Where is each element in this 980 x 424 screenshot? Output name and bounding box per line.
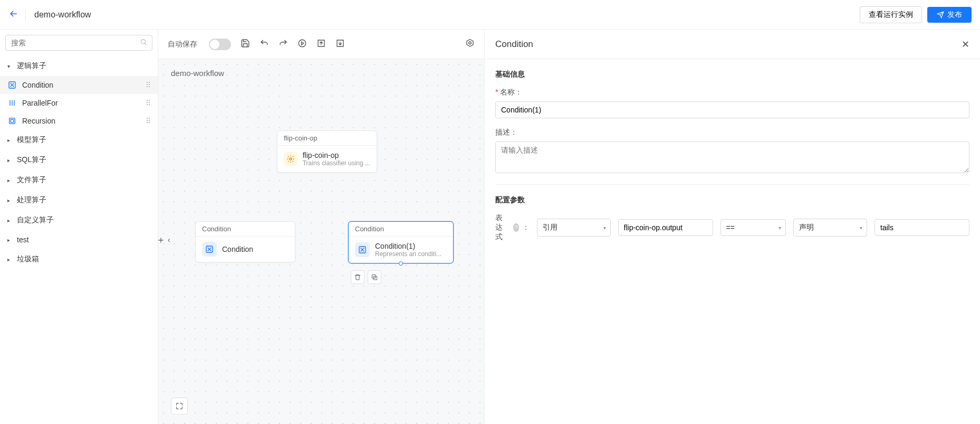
canvas[interactable]: demo-workflow ＋ ‹ flip-coin-op flip-coin… bbox=[158, 59, 484, 424]
select-value: 声明 bbox=[799, 223, 814, 231]
item-label: Condition bbox=[22, 81, 53, 89]
delete-node-button[interactable] bbox=[351, 270, 364, 284]
node-subtitle: Trains classifier using ... bbox=[303, 159, 370, 167]
condition-icon bbox=[7, 80, 17, 90]
svg-point-5 bbox=[469, 42, 472, 44]
svg-rect-3 bbox=[11, 119, 13, 122]
sidebar-group-logic[interactable]: ▾ 逻辑算子 bbox=[0, 56, 158, 76]
sidebar-group-process[interactable]: ▸ 处理算子 bbox=[0, 190, 158, 210]
group-label: 文件算子 bbox=[17, 175, 46, 185]
node-condition-1[interactable]: Condition Condition(1) Represents an con… bbox=[348, 221, 454, 263]
expression-label: 表达式 ? ： bbox=[495, 213, 530, 242]
sidebar-group-sql[interactable]: ▸ SQL算子 bbox=[0, 150, 158, 170]
sidebar-item-parallelfor[interactable]: ParallelFor ⠿ bbox=[0, 94, 158, 112]
group-label: 处理算子 bbox=[17, 195, 46, 205]
item-label: Recursion bbox=[22, 117, 55, 125]
node-header: flip-coin-op bbox=[277, 131, 377, 146]
sidebar-group-custom[interactable]: ▸ 自定义算子 bbox=[0, 210, 158, 230]
svg-point-6 bbox=[290, 158, 292, 160]
left-mode-select[interactable]: 引用 ▾ bbox=[537, 219, 611, 237]
publish-label: 发布 bbox=[947, 10, 962, 20]
node-port[interactable] bbox=[399, 261, 403, 266]
caret-down-icon: ▾ bbox=[7, 63, 13, 69]
right-mode-select[interactable]: 声明 ▾ bbox=[793, 219, 867, 237]
section-divider bbox=[495, 184, 969, 185]
redo-icon[interactable] bbox=[278, 39, 288, 50]
canvas-toolbar: 自动保存 bbox=[158, 30, 484, 59]
select-value: 引用 bbox=[543, 223, 558, 231]
group-label: 逻辑算子 bbox=[17, 61, 46, 71]
chevron-down-icon: ▾ bbox=[860, 225, 862, 231]
item-label: ParallelFor bbox=[22, 99, 58, 107]
sidebar-group-model[interactable]: ▸ 模型算子 bbox=[0, 130, 158, 150]
canvas-title: demo-workflow bbox=[171, 69, 224, 78]
undo-icon[interactable] bbox=[260, 39, 269, 50]
node-subtitle: Represents an conditi... bbox=[375, 250, 441, 258]
node-title: flip-coin-op bbox=[303, 151, 370, 159]
caret-right-icon: ▸ bbox=[7, 257, 13, 262]
group-label: 自定义算子 bbox=[17, 215, 54, 225]
group-label: SQL算子 bbox=[17, 155, 46, 165]
view-instances-button[interactable]: 查看运行实例 bbox=[860, 6, 922, 23]
chevron-down-icon: ▾ bbox=[779, 225, 781, 231]
sidebar: ▾ 逻辑算子 Condition ⠿ ParallelFor ⠿ bbox=[0, 30, 158, 424]
node-flip-coin-op[interactable]: flip-coin-op flip-coin-op Trains classif… bbox=[277, 130, 377, 173]
properties-panel: Condition ✕ 基础信息 *名称： 描述： 配置参数 表达式 ? ： bbox=[484, 30, 980, 424]
parallelfor-icon bbox=[7, 98, 17, 108]
collapse-sidebar-button[interactable]: ‹ bbox=[168, 235, 170, 244]
left-value-input[interactable] bbox=[618, 219, 713, 236]
caret-right-icon: ▸ bbox=[7, 237, 13, 243]
sidebar-group-file[interactable]: ▸ 文件算子 bbox=[0, 170, 158, 190]
fit-view-button[interactable] bbox=[171, 398, 188, 414]
send-icon bbox=[937, 11, 944, 18]
help-icon[interactable]: ? bbox=[513, 223, 519, 232]
node-header: Condition bbox=[349, 222, 453, 237]
description-textarea[interactable] bbox=[495, 142, 969, 173]
section-config-params: 配置参数 bbox=[495, 195, 969, 205]
drag-handle-icon[interactable]: ⠿ bbox=[146, 99, 150, 107]
name-input[interactable] bbox=[495, 101, 969, 118]
drag-handle-icon[interactable]: ⠿ bbox=[146, 117, 150, 125]
caret-right-icon: ▸ bbox=[7, 137, 13, 143]
condition-icon bbox=[202, 242, 217, 257]
run-icon[interactable] bbox=[297, 39, 307, 50]
sidebar-group-test[interactable]: ▸ test bbox=[0, 230, 158, 249]
workflow-title: demo-workflow bbox=[34, 10, 91, 20]
caret-right-icon: ▸ bbox=[7, 218, 13, 223]
caret-right-icon: ▸ bbox=[7, 197, 13, 203]
copy-node-button[interactable] bbox=[368, 270, 381, 284]
node-title: Condition bbox=[222, 245, 253, 253]
header-divider bbox=[25, 10, 26, 20]
right-value-input[interactable] bbox=[875, 219, 969, 236]
name-label: *名称： bbox=[495, 88, 969, 97]
search-icon bbox=[140, 39, 147, 48]
panel-title: Condition bbox=[495, 39, 533, 50]
export-icon[interactable] bbox=[316, 39, 326, 50]
add-node-button[interactable]: ＋ bbox=[158, 233, 166, 246]
svg-rect-2 bbox=[9, 118, 15, 124]
sidebar-item-recursion[interactable]: Recursion ⠿ bbox=[0, 112, 158, 130]
sidebar-item-condition[interactable]: Condition ⠿ bbox=[0, 76, 158, 94]
node-header: Condition bbox=[196, 222, 295, 237]
search-input[interactable] bbox=[5, 35, 152, 51]
recursion-icon bbox=[7, 116, 17, 126]
save-icon[interactable] bbox=[241, 39, 250, 50]
import-icon[interactable] bbox=[335, 39, 345, 50]
chevron-down-icon: ▾ bbox=[603, 225, 606, 231]
drag-handle-icon[interactable]: ⠿ bbox=[146, 81, 150, 89]
node-condition[interactable]: Condition Condition bbox=[195, 221, 295, 262]
group-label: test bbox=[17, 235, 29, 244]
publish-button[interactable]: 发布 bbox=[927, 7, 972, 23]
operator-select[interactable]: == ▾ bbox=[720, 219, 786, 236]
description-label: 描述： bbox=[495, 128, 969, 137]
sidebar-group-trash[interactable]: ▸ 垃圾箱 bbox=[0, 249, 158, 269]
section-basic-info: 基础信息 bbox=[495, 70, 969, 79]
close-panel-button[interactable]: ✕ bbox=[962, 39, 969, 50]
settings-icon[interactable] bbox=[465, 39, 475, 50]
autosave-toggle[interactable] bbox=[209, 39, 231, 50]
select-value: == bbox=[726, 223, 735, 232]
node-title: Condition(1) bbox=[375, 242, 441, 250]
back-button[interactable] bbox=[8, 8, 19, 21]
gear-icon bbox=[284, 152, 297, 166]
caret-right-icon: ▸ bbox=[7, 177, 13, 183]
